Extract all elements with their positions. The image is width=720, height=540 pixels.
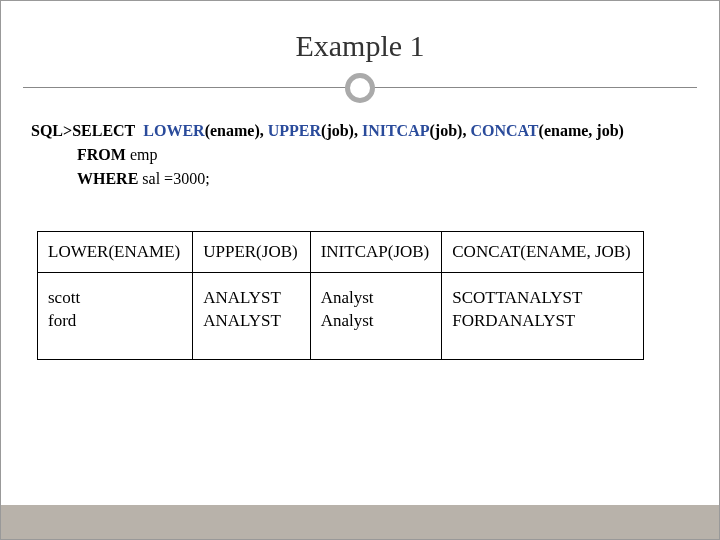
slide-container: Example 1 SQL>SELECT LOWER(ename), UPPER…	[0, 0, 720, 540]
sql-func-upper: UPPER	[268, 122, 321, 139]
sql-query-block: SQL>SELECT LOWER(ename), UPPER(job), INI…	[31, 119, 697, 191]
cell-initcap-v2: Analyst	[321, 311, 374, 330]
cell-concat-v1: SCOTTANALYST	[452, 288, 582, 307]
sql-arg-lower: (ename),	[205, 122, 268, 139]
sql-line-3: WHERE sal =3000;	[77, 167, 697, 191]
cell-concat-v2: FORDANALYST	[452, 311, 575, 330]
col-header-upper: UPPER(JOB)	[193, 232, 310, 273]
sql-select-keyword: SELECT	[72, 122, 135, 139]
sql-func-initcap: INITCAP	[362, 122, 430, 139]
cell-upper-v2: ANALYST	[203, 311, 281, 330]
cell-lower: scott ford	[38, 273, 193, 360]
cell-concat: SCOTTANALYST FORDANALYST	[442, 273, 644, 360]
sql-from-keyword: FROM	[77, 146, 126, 163]
slide-title: Example 1	[23, 29, 697, 63]
col-header-lower: LOWER(ENAME)	[38, 232, 193, 273]
bottom-bar	[1, 505, 719, 539]
sql-prompt: SQL>	[31, 122, 72, 139]
sql-arg-concat: (ename, job)	[539, 122, 624, 139]
divider-circle-icon	[345, 73, 375, 103]
cell-lower-v2: ford	[48, 311, 76, 330]
cell-initcap-v1: Analyst	[321, 288, 374, 307]
sql-arg-initcap: (job),	[430, 122, 471, 139]
sql-line-1: SQL>SELECT LOWER(ename), UPPER(job), INI…	[31, 119, 697, 143]
sql-func-lower: LOWER	[143, 122, 204, 139]
cell-upper: ANALYST ANALYST	[193, 273, 310, 360]
title-divider	[23, 69, 697, 109]
cell-lower-v1: scott	[48, 288, 80, 307]
sql-from-rest: emp	[126, 146, 158, 163]
sql-func-concat: CONCAT	[470, 122, 538, 139]
sql-line-2: FROM emp	[77, 143, 697, 167]
sql-arg-upper: (job),	[321, 122, 362, 139]
col-header-initcap: INITCAP(JOB)	[310, 232, 442, 273]
cell-initcap: Analyst Analyst	[310, 273, 442, 360]
sql-where-keyword: WHERE	[77, 170, 138, 187]
table-header-row: LOWER(ENAME) UPPER(JOB) INITCAP(JOB) CON…	[38, 232, 644, 273]
col-header-concat: CONCAT(ENAME, JOB)	[442, 232, 644, 273]
table-data-row: scott ford ANALYST ANALYST Analyst Analy…	[38, 273, 644, 360]
sql-where-rest: sal =3000;	[138, 170, 209, 187]
result-table: LOWER(ENAME) UPPER(JOB) INITCAP(JOB) CON…	[37, 231, 644, 360]
cell-upper-v1: ANALYST	[203, 288, 281, 307]
